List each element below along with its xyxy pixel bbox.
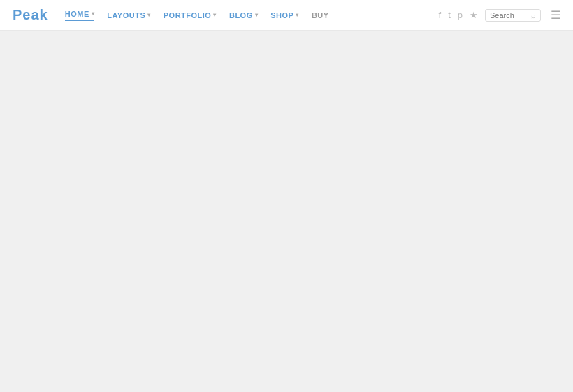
chevron-down-icon: ▾ xyxy=(147,12,151,18)
nav-item-home[interactable]: HOME ▾ xyxy=(65,10,95,21)
nav-item-layouts[interactable]: LAYOUTS ▾ xyxy=(107,11,151,20)
nav-item-blog[interactable]: BLOG ▾ xyxy=(229,11,258,20)
chevron-down-icon: ▾ xyxy=(296,12,299,18)
search-box[interactable]: ⌕ xyxy=(485,9,541,22)
main-content xyxy=(0,31,573,39)
chevron-down-icon: ▾ xyxy=(92,10,95,17)
facebook-icon[interactable]: f xyxy=(439,10,442,20)
nav-item-portfolio[interactable]: PORTFOLIO ▾ xyxy=(164,11,217,20)
search-icon: ⌕ xyxy=(531,11,536,20)
main-nav: HOME ▾ LAYOUTS ▾ PORTFOLIO ▾ BLOG ▾ SHOP… xyxy=(65,10,439,21)
search-input[interactable] xyxy=(490,11,528,20)
nav-item-shop[interactable]: SHOP ▾ xyxy=(270,11,299,20)
header-right: f t p ★ ⌕ ☰ xyxy=(439,8,560,22)
chevron-down-icon: ▾ xyxy=(213,12,217,18)
rss-icon[interactable]: ★ xyxy=(470,10,478,20)
twitter-icon[interactable]: t xyxy=(448,10,451,20)
pinterest-icon[interactable]: p xyxy=(458,10,463,20)
logo[interactable]: Peak xyxy=(13,7,48,23)
header: Peak HOME ▾ LAYOUTS ▾ PORTFOLIO ▾ BLOG ▾… xyxy=(0,0,573,31)
hamburger-icon[interactable]: ☰ xyxy=(551,8,560,22)
nav-item-buy[interactable]: BUY xyxy=(312,11,329,20)
chevron-down-icon: ▾ xyxy=(255,12,259,18)
